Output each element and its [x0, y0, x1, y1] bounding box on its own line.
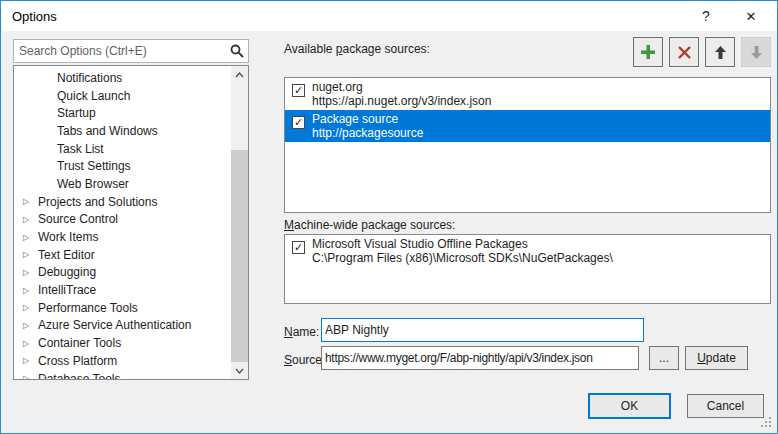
name-field[interactable]: [321, 318, 644, 342]
tree-item-container-tools[interactable]: ▷Container Tools: [14, 334, 231, 352]
package-source-name: nuget.org: [312, 80, 766, 94]
source-label: Source:: [284, 353, 325, 367]
tree-item-label: Container Tools: [38, 336, 121, 350]
expand-arrow-icon[interactable]: ▷: [23, 250, 38, 259]
expand-arrow-icon[interactable]: ▷: [23, 233, 38, 242]
expand-arrow-icon[interactable]: ▷: [23, 339, 38, 348]
expand-arrow-icon[interactable]: ▷: [23, 356, 38, 365]
tree-item-web-browser[interactable]: Web Browser: [14, 175, 231, 193]
tree-item-quick-launch[interactable]: Quick Launch: [14, 87, 231, 105]
tree-item-label: Notifications: [57, 71, 122, 85]
tree-item-label: Text Editor: [38, 248, 95, 262]
tree-item-azure-service-authentication[interactable]: ▷Azure Service Authentication: [14, 317, 231, 335]
scroll-down-icon[interactable]: [231, 362, 248, 379]
tree-item-intellitrace[interactable]: ▷IntelliTrace: [14, 281, 231, 299]
tree-scrollbar[interactable]: [231, 66, 248, 379]
tree-item-label: Tabs and Windows: [57, 124, 158, 138]
tree-item-label: Source Control: [38, 212, 118, 226]
options-tree-rows: NotificationsQuick LaunchStartupTabs and…: [14, 69, 231, 379]
tree-item-projects-and-solutions[interactable]: ▷Projects and Solutions: [14, 193, 231, 211]
tree-item-source-control[interactable]: ▷Source Control: [14, 211, 231, 229]
machine-wide-label: Machine-wide package sources:: [284, 218, 455, 232]
search-icon[interactable]: [226, 44, 248, 58]
checkbox[interactable]: ✓: [292, 116, 305, 129]
package-source-row-microsoft-visual-studio-offline-packages[interactable]: ✓Microsoft Visual Studio Offline Package…: [285, 235, 770, 267]
tree-item-notifications[interactable]: Notifications: [14, 69, 231, 87]
machine-wide-list: ✓Microsoft Visual Studio Offline Package…: [284, 234, 771, 304]
tree-item-debugging[interactable]: ▷Debugging: [14, 264, 231, 282]
browse-button[interactable]: ...: [649, 346, 679, 370]
tree-item-label: Quick Launch: [57, 89, 130, 103]
tree-item-label: Web Browser: [57, 177, 129, 191]
window-title: Options: [12, 9, 57, 24]
resize-grip[interactable]: [761, 417, 773, 429]
add-source-button[interactable]: [633, 37, 663, 67]
search-options-box: [13, 39, 249, 63]
tree-item-tabs-and-windows[interactable]: Tabs and Windows: [14, 122, 231, 140]
close-icon[interactable]: ✕: [730, 1, 772, 31]
scroll-up-icon[interactable]: [231, 66, 248, 83]
tree-item-text-editor[interactable]: ▷Text Editor: [14, 246, 231, 264]
tree-item-performance-tools[interactable]: ▷Performance Tools: [14, 299, 231, 317]
tree-item-database-tools[interactable]: ▷Database Tools: [14, 370, 231, 379]
tree-item-label: Database Tools: [38, 372, 121, 379]
expand-arrow-icon[interactable]: ▷: [23, 197, 38, 206]
update-button[interactable]: Update: [685, 346, 748, 370]
tree-item-cross-platform[interactable]: ▷Cross Platform: [14, 352, 231, 370]
tree-item-work-items[interactable]: ▷Work Items: [14, 228, 231, 246]
tree-item-label: Trust Settings: [57, 159, 131, 173]
remove-source-button[interactable]: [669, 37, 699, 67]
available-sources-list: ✓nuget.orghttps://api.nuget.org/v3/index…: [284, 77, 771, 213]
tree-item-label: Performance Tools: [38, 301, 138, 315]
help-icon[interactable]: ?: [685, 1, 727, 31]
package-source-url: http://packagesource: [312, 126, 766, 140]
ok-button[interactable]: OK: [588, 393, 671, 419]
package-source-row-package-source[interactable]: ✓Package sourcehttp://packagesource: [285, 110, 770, 142]
search-input[interactable]: [14, 41, 226, 61]
package-source-name: Microsoft Visual Studio Offline Packages: [312, 237, 766, 251]
expand-arrow-icon[interactable]: ▷: [23, 321, 38, 330]
tree-item-label: Work Items: [38, 230, 98, 244]
name-label: Name:: [284, 325, 319, 339]
scrollbar-thumb[interactable]: [231, 150, 248, 362]
package-source-url: https://api.nuget.org/v3/index.json: [312, 94, 766, 108]
title-bar: Options ? ✕: [1, 1, 777, 31]
tree-item-label: Startup: [57, 106, 96, 120]
package-source-name: Package source: [312, 112, 766, 126]
source-field[interactable]: [321, 346, 639, 370]
tree-item-label: Azure Service Authentication: [38, 318, 191, 332]
source-toolbar: [633, 37, 771, 67]
expand-arrow-icon[interactable]: ▷: [23, 268, 38, 277]
tree-item-label: IntelliTrace: [38, 283, 96, 297]
checkbox[interactable]: ✓: [292, 84, 305, 97]
expand-arrow-icon[interactable]: ▷: [23, 215, 38, 224]
available-sources-label: Available package sources:: [284, 42, 430, 56]
tree-item-task-list[interactable]: Task List: [14, 140, 231, 158]
expand-arrow-icon[interactable]: ▷: [23, 303, 38, 312]
expand-arrow-icon[interactable]: ▷: [23, 374, 38, 379]
tree-item-label: Debugging: [38, 265, 96, 279]
tree-item-label: Cross Platform: [38, 354, 117, 368]
move-up-icon[interactable]: [705, 37, 735, 67]
expand-arrow-icon[interactable]: ▷: [23, 286, 38, 295]
tree-item-trust-settings[interactable]: Trust Settings: [14, 157, 231, 175]
tree-item-label: Projects and Solutions: [38, 195, 157, 209]
tree-item-label: Task List: [57, 142, 104, 156]
move-down-icon[interactable]: [741, 37, 771, 67]
options-tree: NotificationsQuick LaunchStartupTabs and…: [13, 65, 249, 380]
package-source-url: C:\Program Files (x86)\Microsoft SDKs\Nu…: [312, 251, 766, 265]
package-source-row-nuget-org[interactable]: ✓nuget.orghttps://api.nuget.org/v3/index…: [285, 78, 770, 110]
checkbox[interactable]: ✓: [292, 241, 305, 254]
cancel-button[interactable]: Cancel: [687, 394, 764, 418]
options-dialog: Options ? ✕ NotificationsQuick LaunchSta…: [0, 0, 778, 434]
tree-item-startup[interactable]: Startup: [14, 104, 231, 122]
